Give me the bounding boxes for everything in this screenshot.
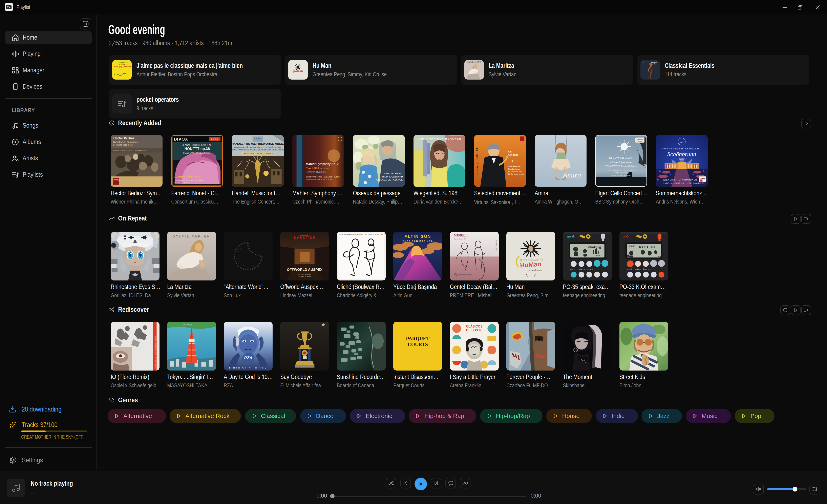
svg-text:PRAGUE PHILHARMONIC CHOIR: PRAGUE PHILHARMONIC CHOIR [306, 179, 332, 181]
svg-text:Feuerwerksmusik · Musique pour: Feuerwerksmusik · Musique pour les Feux … [234, 146, 281, 148]
svg-text:sound: sound [626, 268, 632, 270]
svg-text:CONCERTO GROSSO "ALEXANDER'S F: CONCERTO GROSSO "ALEXANDER'S FEAST" · OU… [232, 149, 284, 151]
svg-text:CLARINET TRIO op.44: CLARINET TRIO op.44 [174, 175, 201, 178]
svg-text:Wiener Philharmoniker · Pierre: Wiener Philharmoniker · Pierre Monteux [113, 150, 147, 152]
svg-text:Les Nuits d'été (II-VI): Les Nuits d'été (II-VI) [113, 144, 133, 146]
svg-text:JESPER KYD: JESPER KYD [299, 275, 311, 278]
svg-text:ANDRIS NELSONS · LISE DAVIDSEN: ANDRIS NELSONS · LISE DAVIDSEN [663, 182, 704, 184]
svg-text:DIVOX: DIVOX [174, 137, 188, 141]
svg-text:Gentel Deca7 EP: Gentel Deca7 EP [454, 238, 466, 240]
svg-text:K.O!: K.O! [639, 245, 646, 249]
svg-text:m: m [648, 268, 650, 270]
svg-text:DIETER KLÖCKER, PETER HÖRR,: DIETER KLÖCKER, PETER HÖRR, [174, 180, 204, 182]
svg-text:HuMan: HuMan [293, 69, 303, 73]
svg-text:Ausgewählte: Ausgewählte [508, 165, 521, 167]
svg-text:HuMan: HuMan [520, 260, 541, 269]
svg-text:COURTS: COURTS [408, 342, 428, 347]
svg-text:OUT: OUT [658, 255, 661, 257]
svg-text:NATALIE DESSAY: NATALIE DESSAY [384, 172, 403, 175]
svg-text:II: II [512, 159, 513, 162]
svg-text:WARHAMMER: WARHAMMER [300, 235, 310, 237]
svg-text:CHARLOTTE ADIGÉRY & BOLIS PUPU: CHARLOTTE ADIGÉRY & BOLIS PUPUL [348, 234, 374, 236]
svg-text:DEEWEE 065: DEEWEE 065 [375, 234, 383, 236]
svg-text:je n'aime pas: je n'aime pas [117, 61, 128, 63]
svg-text:BIRTH OF A PRINCE: BIRTH OF A PRINCE [229, 366, 267, 369]
svg-text:Ludwig Güttler: Ludwig Güttler [475, 147, 478, 174]
svg-text:TCHAIKOVSKY. Rococo Variations: TCHAIKOVSKY. Rococo Variations [605, 165, 637, 167]
svg-text:mundi: mundi [638, 140, 642, 142]
svg-text:NONETT op.38: NONETT op.38 [185, 147, 210, 151]
svg-text:Die: Die [508, 150, 512, 153]
svg-text:pattern: pattern [635, 268, 641, 270]
svg-text:OFFWORLD AUSPEX: OFFWORLD AUSPEX [287, 267, 323, 271]
svg-text:JEANNE-LOUISE FARRENC: JEANNE-LOUISE FARRENC [182, 144, 212, 146]
svg-text:Cello Concerto: Cello Concerto [611, 160, 632, 164]
svg-text:ÖSPIEL X SCHWEFELGELB · IO FLO: ÖSPIEL X SCHWEFELGELB · IO FLORE REMIX [154, 337, 156, 369]
svg-text:PHILIPPE CASSARD: PHILIPPE CASSARD [381, 175, 403, 178]
svg-text:JIŘÍ BĚLOHLÁVEK: JIŘÍ BĚLOHLÁVEK [614, 172, 629, 174]
svg-text:WERNER GENUIT: WERNER GENUIT [174, 182, 190, 184]
svg-text:OISEAUX DE PASSAGE: OISEAUX DE PASSAGE [376, 178, 403, 181]
svg-text:DIGITAL: DIGITAL [211, 138, 218, 140]
svg-text:CONSORTIUM CLASSICUM: CONSORTIUM CLASSICUM [183, 152, 211, 154]
svg-text:Semyon Bychkov: Semyon Bychkov [306, 170, 326, 173]
svg-text:Can I Sing?: Can I Sing? [182, 323, 192, 325]
svg-text:RZA: RZA [244, 356, 252, 360]
svg-text:~ In Lakech Ala Kin: ~ In Lakech Ala Kin [528, 269, 542, 271]
svg-text:ALTIN GÜN: ALTIN GÜN [404, 234, 431, 239]
svg-text:Schönbrunn: Schönbrunn [667, 151, 696, 157]
svg-text:(Pudding: (Pudding [588, 246, 601, 249]
svg-text:CHRISTIANE KARG · ELISABETH KU: CHRISTIANE KARG · ELISABETH KULMAN [306, 176, 341, 178]
svg-text:für Corno da caccia: für Corno da caccia [508, 173, 524, 175]
svg-text:SYLVIE VARTAN: SYLVIE VARTAN [173, 234, 210, 238]
svg-text:bpm: bpm [643, 268, 647, 270]
svg-text:sound: sound [570, 268, 575, 270]
svg-text:mais ça j'aime bien: mais ça j'aime bien [114, 65, 132, 68]
svg-text:DARKTIDE: DARKTIDE [294, 236, 315, 240]
svg-text:DISCO: DISCO [596, 254, 602, 256]
svg-text:HIP-HOP: HIP-HOP [628, 245, 635, 247]
svg-text:m: m [592, 268, 593, 270]
svg-text:für Trompete und: für Trompete und [508, 170, 522, 173]
svg-text:speak: speak [567, 235, 575, 238]
svg-text:SYLVIE VARTAN: SYLVIE VARTAN [467, 61, 482, 63]
svg-text:245: 245 [651, 246, 655, 249]
svg-text:SOMMERNACHTSKONZERT: SOMMERNACHTSKONZERT [662, 148, 701, 150]
svg-text:Mahler Symphony No. 2: Mahler Symphony No. 2 [306, 162, 339, 165]
svg-text:WIENER PHILHARMONIKER: WIENER PHILHARMONIKER [663, 179, 697, 181]
svg-text:ARCHIV: ARCHIV [254, 138, 261, 140]
svg-text:Symphonie Fantastique: Symphonie Fantastique [113, 141, 138, 143]
svg-text:Czech Philharmonic: Czech Philharmonic [306, 167, 330, 170]
svg-text:PRAGA: PRAGA [113, 179, 120, 181]
svg-text:WP: WP [680, 141, 683, 143]
svg-text:pattern: pattern [578, 268, 585, 270]
svg-text:GUATEMALA, 2021: GUATEMALA, 2021 [495, 240, 497, 251]
svg-text:Goldene: Goldene [508, 153, 518, 156]
svg-text:BBC SYMPHONY ORCHESTRA: BBC SYMPHONY ORCHESTRA [609, 169, 634, 171]
svg-text:SONY: SONY [700, 178, 705, 179]
svg-text:CLÁSICOS: CLÁSICOS [466, 324, 482, 328]
svg-text:K.O!: K.O! [623, 235, 629, 238]
svg-text:PARQUET: PARQUET [406, 336, 430, 341]
svg-text:Classical: Classical [651, 61, 656, 63]
svg-text:JEAN-GUIHEN QUEYRAS: JEAN-GUIHEN QUEYRAS [611, 174, 632, 177]
svg-text:SONIDO MODERNA: SONIDO MODERNA [458, 274, 472, 276]
svg-text:HANDEL · ROYAL FIREWORKS MUSIC: HANDEL · ROYAL FIREWORKS MUSIC [232, 142, 284, 145]
svg-text:SOUNDTRACK BY: SOUNDTRACK BY [298, 273, 311, 275]
svg-text:Kostbarkeiten: Kostbarkeiten [508, 168, 521, 170]
svg-text:Sir EDWARD ELGAR: Sir EDWARD ELGAR [609, 156, 633, 159]
svg-text:IN: IN [627, 255, 629, 257]
svg-text:DARIA VAN DEN BERCKEN: DARIA VAN DEN BERCKEN [418, 137, 461, 140]
svg-text:le classique,: le classique, [119, 63, 129, 65]
svg-text:MISHELL: MISHELL [454, 234, 469, 237]
svg-text:bpm: bpm [587, 268, 591, 270]
svg-text:Hector Berlioz: Hector Berlioz [113, 136, 135, 140]
svg-text:Amira: Amira [563, 171, 581, 179]
svg-text:DE LOS 60: DE LOS 60 [466, 329, 483, 332]
